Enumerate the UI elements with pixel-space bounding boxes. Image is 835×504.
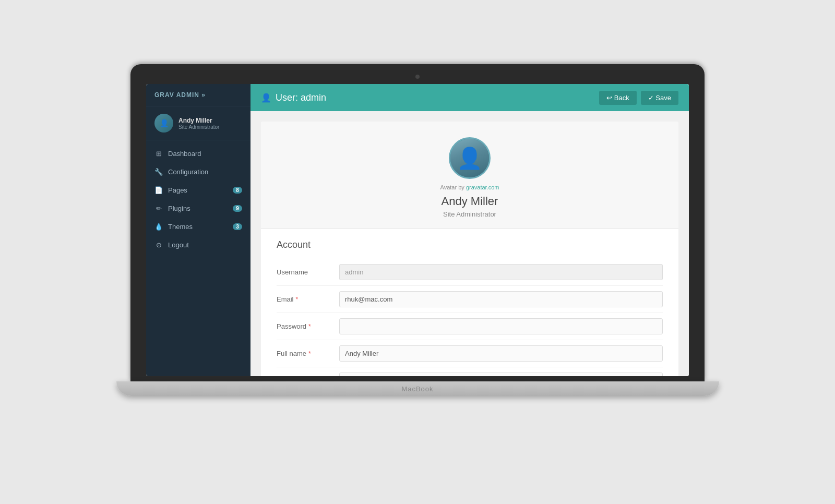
form-row-username: Username xyxy=(277,259,663,286)
save-button[interactable]: ✓ Save xyxy=(641,91,678,105)
form-row-fullname: Full name * xyxy=(277,340,663,367)
pages-icon: 📄 xyxy=(154,186,163,194)
sidebar-brand[interactable]: GRAV ADMIN » xyxy=(146,84,250,106)
sidebar-item-plugins[interactable]: ✏ Plugins 9 xyxy=(146,199,250,218)
input-password[interactable] xyxy=(339,318,663,334)
top-bar-title-text: User: admin xyxy=(276,92,326,103)
top-bar-actions: ↩ Back ✓ Save xyxy=(599,91,678,105)
avatar-face xyxy=(450,139,489,177)
sidebar-item-label-configuration: Configuration xyxy=(168,168,208,176)
input-fullname[interactable] xyxy=(339,345,663,362)
themes-icon: 💧 xyxy=(154,223,163,231)
sidebar-user-name: Andy Miller xyxy=(178,117,219,124)
label-fullname: Full name * xyxy=(277,350,339,357)
logout-icon: ⊙ xyxy=(154,241,163,249)
input-email[interactable] xyxy=(339,291,663,307)
back-button[interactable]: ↩ Back xyxy=(599,91,637,105)
badge-plugins: 9 xyxy=(233,205,242,212)
label-username: Username xyxy=(277,268,339,276)
sidebar-item-label-plugins: Plugins xyxy=(168,205,190,212)
laptop-wrapper: GRAV ADMIN » 👤 Andy Miller Site Administ… xyxy=(130,64,705,440)
gravatar-link[interactable]: gravatar.com xyxy=(466,184,499,190)
label-email: Email * xyxy=(277,295,339,303)
user-header: Avatar by gravatar.com Andy Miller Site … xyxy=(261,122,678,229)
plugins-icon: ✏ xyxy=(154,205,163,212)
top-bar: 👤 User: admin ↩ Back ✓ Save xyxy=(250,84,689,111)
sidebar-item-label-themes: Themes xyxy=(168,223,193,231)
badge-themes: 3 xyxy=(233,223,242,230)
user-card: Avatar by gravatar.com Andy Miller Site … xyxy=(261,122,678,376)
sidebar-item-label-pages: Pages xyxy=(168,186,187,194)
sidebar-user-info: Andy Miller Site Administrator xyxy=(178,117,219,130)
avatar: 👤 xyxy=(154,114,173,133)
screen-bezel: GRAV ADMIN » 👤 Andy Miller Site Administ… xyxy=(130,64,705,381)
label-password: Password * xyxy=(277,322,339,330)
laptop-camera xyxy=(415,75,420,79)
sidebar-item-label-logout: Logout xyxy=(168,241,189,249)
sidebar-item-themes[interactable]: 💧 Themes 3 xyxy=(146,218,250,236)
dashboard-icon: ⊞ xyxy=(154,150,163,158)
user-icon: 👤 xyxy=(261,93,271,103)
main-content: 👤 User: admin ↩ Back ✓ Save xyxy=(250,84,689,376)
form-row-email: Email * xyxy=(277,286,663,313)
configuration-icon: 🔧 xyxy=(154,168,163,176)
sidebar: GRAV ADMIN » 👤 Andy Miller Site Administ… xyxy=(146,84,250,376)
sidebar-user: 👤 Andy Miller Site Administrator xyxy=(146,106,250,140)
laptop-screen: GRAV ADMIN » 👤 Andy Miller Site Administ… xyxy=(146,84,689,376)
laptop-base-label: MacBook xyxy=(401,385,433,393)
sidebar-item-pages[interactable]: 📄 Pages 8 xyxy=(146,181,250,199)
sidebar-item-configuration[interactable]: 🔧 Configuration xyxy=(146,163,250,181)
form-row-password: Password * xyxy=(277,313,663,340)
user-display-role: Site Administrator xyxy=(443,210,496,218)
gravatar-link-text: Avatar by gravatar.com xyxy=(440,184,499,190)
laptop-base: MacBook xyxy=(116,381,719,396)
sidebar-item-dashboard[interactable]: ⊞ Dashboard xyxy=(146,145,250,163)
user-display-name: Andy Miller xyxy=(442,195,498,208)
sidebar-item-label-dashboard: Dashboard xyxy=(168,150,201,158)
user-avatar-large xyxy=(449,137,491,179)
form-rows-container: UsernameEmail *Password *Full name *Titl… xyxy=(277,259,663,376)
required-star: * xyxy=(308,323,311,330)
sidebar-item-logout[interactable]: ⊙ Logout xyxy=(146,236,250,254)
input-username xyxy=(339,264,663,280)
content-area: Avatar by gravatar.com Andy Miller Site … xyxy=(250,111,689,376)
form-section: Account UsernameEmail *Password *Full na… xyxy=(261,229,678,376)
form-row-title: Title xyxy=(277,367,663,376)
top-bar-title: 👤 User: admin xyxy=(261,92,326,103)
required-star: * xyxy=(308,350,311,357)
input-title[interactable] xyxy=(339,373,663,376)
sidebar-user-role: Site Administrator xyxy=(178,124,219,130)
badge-pages: 8 xyxy=(233,187,242,194)
required-star: * xyxy=(296,296,299,303)
sidebar-nav: ⊞ Dashboard 🔧 Configuration 📄 Pages 8 ✏ … xyxy=(146,140,250,376)
form-section-title: Account xyxy=(277,239,663,250)
